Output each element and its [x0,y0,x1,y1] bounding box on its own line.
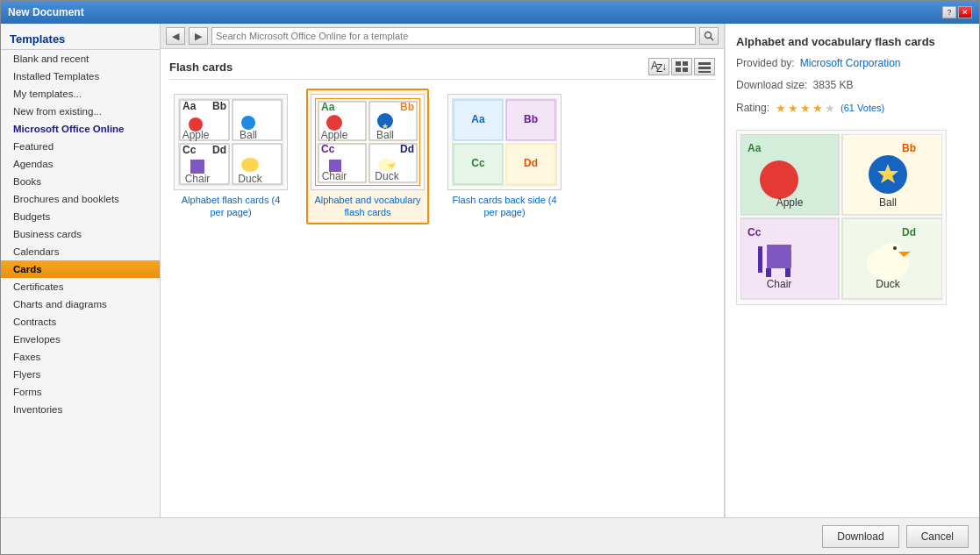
template-item-flash-back-4[interactable]: Aa Bb Cc Dd Flash cards back side (4 per… [443,89,566,224]
svg-text:Cc: Cc [471,157,485,169]
sidebar-item-brochures[interactable]: Brochures and booklets [1,190,160,208]
svg-text:Dd: Dd [524,157,538,169]
svg-text:Dd: Dd [902,226,916,238]
sidebar-item-budgets[interactable]: Budgets [1,208,160,225]
sidebar-item-new-from-existing[interactable]: New from existing... [1,103,160,120]
sidebar-item-contracts[interactable]: Contracts [1,313,160,331]
sort-az-button[interactable]: A Z ↓ [648,58,669,75]
preview-title: Alphabet and vocabulary flash cards [736,34,969,50]
alphabet-flash-preview: Aa Bb Apple Ball Cc Dd [178,98,283,186]
forward-button[interactable]: ▶ [189,27,208,45]
svg-text:Apple: Apple [321,129,348,141]
template-thumb-1: Aa Bb Apple Ball Cc Dd [174,94,288,190]
svg-text:Bb: Bb [400,101,414,113]
svg-text:Apple: Apple [776,196,804,209]
sidebar-item-my-templates[interactable]: My templates... [1,85,160,103]
sidebar-item-certificates[interactable]: Certificates [1,278,160,295]
search-input[interactable] [211,27,696,45]
svg-text:↓: ↓ [662,60,667,73]
sort-az-icon: A Z ↓ [650,60,668,74]
sidebar-item-agendas[interactable]: Agendas [1,155,160,173]
template-item-alphabet-vocab[interactable]: Aa Bb Apple Ball Cc [306,89,429,224]
preview-svg: Aa Apple Bb Ball Cc [740,134,942,301]
svg-rect-70 [767,245,791,249]
close-button[interactable]: ✕ [958,6,972,18]
svg-text:Cc: Cc [321,143,335,155]
search-button[interactable] [699,27,719,45]
svg-rect-11 [698,71,711,73]
section-controls: A Z ↓ [648,58,715,75]
svg-text:Ball: Ball [376,129,394,141]
right-panel: Alphabet and vocabulary flash cards Prov… [725,24,979,517]
sidebar-item-blank-recent[interactable]: Blank and recent [1,50,160,68]
sidebar-item-charts[interactable]: Charts and diagrams [1,295,160,313]
svg-text:Duck: Duck [238,173,262,185]
svg-text:Chair: Chair [322,170,347,182]
svg-rect-71 [767,249,791,268]
view-large-icon [675,60,689,73]
sidebar-item-envelopes[interactable]: Envelopes [1,331,160,348]
star-2: ★ [788,100,798,118]
help-button[interactable]: ? [942,6,956,18]
star-3: ★ [800,100,811,118]
template-label-2: Alphabet and vocabulary flash cards [311,194,424,219]
svg-text:Apple: Apple [182,129,210,141]
star-5: ★ [825,100,835,118]
preview-image: Aa Apple Bb Ball Cc [736,130,947,305]
provider-link[interactable]: Microsoft Corporation [800,57,901,69]
sidebar-header: Templates [1,27,160,50]
section-title: Flash cards [169,60,232,74]
sidebar: Templates Blank and recent Installed Tem… [1,24,161,517]
svg-text:Dd: Dd [212,144,226,156]
svg-rect-74 [758,246,762,273]
svg-point-81 [893,246,897,250]
flash-back-preview: Aa Bb Cc Dd [452,98,557,186]
svg-text:Duck: Duck [375,170,399,182]
svg-text:Cc: Cc [748,226,762,238]
template-thumb-3: Aa Bb Cc Dd [447,94,562,190]
preview-meta: Provided by: Microsoft Corporation [736,55,969,72]
content-area: Flash cards A Z ↓ [161,49,724,517]
sidebar-item-faxes[interactable]: Faxes [1,348,160,366]
sidebar-item-books[interactable]: Books [1,173,160,190]
svg-rect-44 [329,160,341,163]
sidebar-item-installed-templates[interactable]: Installed Templates [1,68,160,85]
view-list-icon [697,60,712,73]
sidebar-item-cards[interactable]: Cards [1,260,160,278]
view-large-button[interactable] [671,58,692,75]
sidebar-item-inventories[interactable]: Inventories [1,401,160,418]
template-thumb-2: Aa Bb Apple Ball Cc [311,94,425,190]
back-button[interactable]: ◀ [166,27,185,45]
section-header: Flash cards A Z ↓ [169,58,715,80]
sidebar-item-forms[interactable]: Forms [1,383,160,401]
download-size-meta: Download size: 3835 KB [736,77,969,94]
svg-text:Dd: Dd [400,143,414,155]
view-list-button[interactable] [694,58,715,75]
votes[interactable]: (61 Votes) [841,101,884,117]
search-icon [704,31,714,41]
sidebar-item-business-cards[interactable]: Business cards [1,225,160,243]
svg-rect-6 [683,61,688,66]
svg-point-61 [760,160,798,199]
title-bar: New Document ? ✕ [1,1,979,24]
svg-rect-9 [698,62,711,65]
dialog-body: Templates Blank and recent Installed Tem… [1,24,979,517]
svg-point-0 [705,32,712,39]
sidebar-item-flyers[interactable]: Flyers [1,366,160,383]
svg-point-28 [241,158,259,172]
sidebar-item-calendars[interactable]: Calendars [1,243,160,260]
download-size-label: Download size: [736,79,807,91]
svg-text:Aa: Aa [471,113,485,125]
sidebar-item-microsoft-online[interactable]: Microsoft Office Online [1,120,160,138]
template-grid: Aa Bb Apple Ball Cc Dd [169,89,715,224]
download-button[interactable]: Download [822,525,898,548]
svg-text:Chair: Chair [767,278,792,290]
template-item-alphabet-flash-4[interactable]: Aa Bb Apple Ball Cc Dd [169,89,292,224]
template-label-1: Alphabet flash cards (4 per page) [175,194,287,219]
new-document-dialog: New Document ? ✕ Templates Blank and rec… [0,0,980,555]
cancel-button[interactable]: Cancel [906,525,969,548]
footer: Download Cancel [1,517,979,554]
svg-rect-73 [785,268,790,277]
svg-point-21 [241,116,255,130]
sidebar-item-featured[interactable]: Featured [1,138,160,155]
